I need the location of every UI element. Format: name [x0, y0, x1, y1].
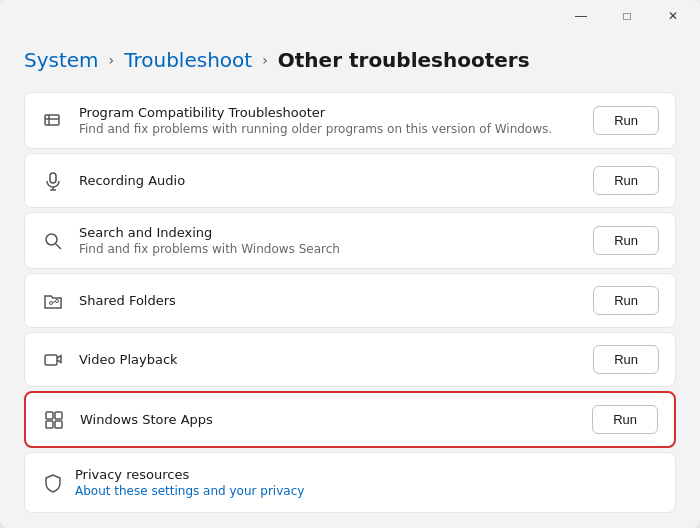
title-bar: — □ ✕ [0, 0, 700, 32]
privacy-text: Privacy resources About these settings a… [75, 467, 304, 498]
item-title-program-compatibility: Program Compatibility Troubleshooter [79, 105, 552, 120]
troubleshooter-item-video-playback: Video Playback Run [24, 332, 676, 387]
breadcrumb-troubleshoot[interactable]: Troubleshoot [124, 48, 252, 72]
settings-window: — □ ✕ System › Troubleshoot › Other trou… [0, 0, 700, 528]
svg-point-8 [50, 301, 53, 304]
item-left-windows-store-apps: Windows Store Apps [42, 408, 213, 432]
troubleshooter-item-recording-audio: Recording Audio Run [24, 153, 676, 208]
privacy-link[interactable]: About these settings and your privacy [75, 484, 304, 498]
troubleshooter-list: Program Compatibility Troubleshooter Fin… [24, 92, 676, 528]
privacy-section: Privacy resources About these settings a… [24, 452, 676, 513]
folder-share-icon [41, 289, 65, 313]
svg-rect-13 [55, 412, 62, 419]
mic-icon [41, 169, 65, 193]
close-button[interactable]: ✕ [650, 0, 696, 32]
minimize-button[interactable]: — [558, 0, 604, 32]
item-text-windows-store-apps: Windows Store Apps [80, 412, 213, 427]
item-text-recording-audio: Recording Audio [79, 173, 185, 188]
troubleshooter-item-program-compatibility: Program Compatibility Troubleshooter Fin… [24, 92, 676, 149]
item-title-recording-audio: Recording Audio [79, 173, 185, 188]
run-button-program-compatibility[interactable]: Run [593, 106, 659, 135]
svg-rect-14 [46, 421, 53, 428]
breadcrumb: System › Troubleshoot › Other troublesho… [24, 48, 676, 72]
video-icon [41, 348, 65, 372]
breadcrumb-current: Other troubleshooters [278, 48, 530, 72]
main-content: System › Troubleshoot › Other troublesho… [0, 32, 700, 528]
svg-rect-12 [46, 412, 53, 419]
svg-rect-0 [45, 115, 59, 125]
item-left-recording-audio: Recording Audio [41, 169, 185, 193]
svg-point-6 [46, 234, 57, 245]
item-text-shared-folders: Shared Folders [79, 293, 176, 308]
search-icon [41, 229, 65, 253]
troubleshooter-item-windows-store-apps: Windows Store Apps Run [24, 391, 676, 448]
compatibility-icon [41, 109, 65, 133]
item-title-video-playback: Video Playback [79, 352, 178, 367]
privacy-title: Privacy resources [75, 467, 304, 482]
troubleshooter-item-search-indexing: Search and Indexing Find and fix problem… [24, 212, 676, 269]
item-left-search-indexing: Search and Indexing Find and fix problem… [41, 225, 340, 256]
item-title-shared-folders: Shared Folders [79, 293, 176, 308]
item-desc-search-indexing: Find and fix problems with Windows Searc… [79, 242, 340, 256]
run-button-shared-folders[interactable]: Run [593, 286, 659, 315]
troubleshooter-item-shared-folders: Shared Folders Run [24, 273, 676, 328]
breadcrumb-sep-2: › [262, 52, 268, 68]
item-title-windows-store-apps: Windows Store Apps [80, 412, 213, 427]
item-desc-program-compatibility: Find and fix problems with running older… [79, 122, 552, 136]
item-title-search-indexing: Search and Indexing [79, 225, 340, 240]
run-button-search-indexing[interactable]: Run [593, 226, 659, 255]
svg-rect-11 [45, 355, 57, 365]
shield-icon [41, 471, 65, 495]
item-left-shared-folders: Shared Folders [41, 289, 176, 313]
item-left-program-compatibility: Program Compatibility Troubleshooter Fin… [41, 105, 552, 136]
maximize-button[interactable]: □ [604, 0, 650, 32]
item-text-video-playback: Video Playback [79, 352, 178, 367]
item-left-video-playback: Video Playback [41, 348, 178, 372]
svg-rect-15 [55, 421, 62, 428]
svg-point-9 [56, 299, 59, 302]
breadcrumb-system[interactable]: System [24, 48, 99, 72]
item-text-program-compatibility: Program Compatibility Troubleshooter Fin… [79, 105, 552, 136]
item-text-search-indexing: Search and Indexing Find and fix problem… [79, 225, 340, 256]
run-button-video-playback[interactable]: Run [593, 345, 659, 374]
store-icon [42, 408, 66, 432]
run-button-windows-store-apps[interactable]: Run [592, 405, 658, 434]
run-button-recording-audio[interactable]: Run [593, 166, 659, 195]
svg-line-7 [56, 244, 61, 249]
svg-rect-3 [50, 173, 56, 183]
window-controls: — □ ✕ [558, 0, 696, 32]
breadcrumb-sep-1: › [109, 52, 115, 68]
